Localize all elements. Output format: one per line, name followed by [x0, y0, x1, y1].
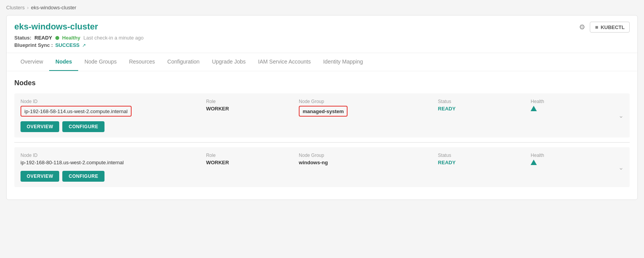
- node-id-col-2: Node ID ip-192-168-80-118.us-west-2.comp…: [21, 153, 206, 165]
- tab-resources[interactable]: Resources: [123, 53, 161, 71]
- chevron-down-icon-1[interactable]: ⌄: [618, 112, 623, 119]
- tab-nodes[interactable]: Nodes: [49, 53, 78, 71]
- checkin-text: Last check-in a minute ago: [84, 35, 144, 41]
- status-col-2: Status READY: [438, 153, 531, 165]
- blueprint-label: Blueprint Sync :: [14, 42, 53, 48]
- health-text: Healthy: [62, 35, 80, 41]
- health-col-2: Health: [531, 153, 623, 166]
- breadcrumb: Clusters › eks-windows-cluster: [6, 5, 638, 10]
- role-col-2: Role WORKER: [206, 153, 299, 165]
- blueprint-row: Blueprint Sync : SUCCESS ↗: [14, 42, 144, 48]
- node-row-top-2: Node ID ip-192-168-80-118.us-west-2.comp…: [21, 153, 623, 166]
- status-value: READY: [34, 35, 52, 41]
- overview-button-2[interactable]: OVERVIEW: [21, 171, 59, 182]
- health-arrow-icon-1: [531, 106, 537, 111]
- health-arrow-icon-2: [531, 160, 537, 165]
- node-id-value-2: ip-192-168-80-118.us-west-2.compute.inte…: [21, 160, 206, 165]
- health-dot-icon: [55, 36, 59, 40]
- role-value-2: WORKER: [206, 160, 299, 165]
- health-label-2: Health: [531, 153, 623, 158]
- tab-configuration[interactable]: Configuration: [161, 53, 206, 71]
- status-col-1: Status READY: [438, 99, 531, 112]
- status-label-2: Status: [438, 153, 531, 158]
- health-label-1: Health: [531, 99, 623, 104]
- cluster-header: eks-windows-cluster Status: READY Health…: [7, 15, 637, 53]
- overview-button-1[interactable]: OVERVIEW: [21, 121, 59, 132]
- content-area: Nodes Node ID ip-192-168-58-114.us-west-…: [7, 71, 637, 200]
- role-col-1: Role WORKER: [206, 99, 299, 112]
- tabs-bar: Overview Nodes Node Groups Resources Con…: [7, 53, 637, 71]
- node-row: Node ID ip-192-168-58-114.us-west-2.comp…: [14, 93, 630, 138]
- tab-identity-mapping[interactable]: Identity Mapping: [317, 53, 369, 71]
- node-group-highlight-1: managed-system: [299, 106, 348, 117]
- terminal-icon: ■: [595, 24, 598, 30]
- cluster-title: eks-windows-cluster: [14, 22, 144, 32]
- configure-button-1[interactable]: CONFIGURE: [62, 121, 104, 132]
- breadcrumb-parent[interactable]: Clusters: [6, 5, 25, 10]
- node-group-label-1: Node Group: [299, 99, 438, 104]
- breadcrumb-separator: ›: [27, 5, 29, 10]
- node-row-top-1: Node ID ip-192-168-58-114.us-west-2.comp…: [21, 99, 623, 117]
- row-divider: [14, 142, 630, 143]
- tab-upgrade-jobs[interactable]: Upgrade Jobs: [206, 53, 252, 71]
- tab-overview[interactable]: Overview: [14, 53, 49, 71]
- node-id-col-1: Node ID ip-192-168-58-114.us-west-2.comp…: [21, 99, 206, 117]
- nodes-section-title: Nodes: [14, 79, 630, 87]
- kubectl-button[interactable]: ■ KUBECTL: [590, 22, 630, 33]
- node-row-buttons-1: OVERVIEW CONFIGURE: [21, 121, 623, 132]
- external-link-icon[interactable]: ↗: [82, 43, 86, 48]
- role-label-2: Role: [206, 153, 299, 158]
- settings-icon[interactable]: ⚙: [579, 23, 585, 31]
- cluster-header-left: eks-windows-cluster Status: READY Health…: [14, 22, 144, 48]
- node-id-label-1: Node ID: [21, 99, 206, 104]
- node-group-value-1: managed-system: [303, 108, 344, 114]
- chevron-down-icon-2[interactable]: ⌄: [618, 163, 623, 171]
- role-value-1: WORKER: [206, 106, 299, 112]
- status-value-2: READY: [438, 160, 531, 165]
- node-group-col-1: Node Group managed-system: [299, 99, 438, 117]
- cluster-status-row: Status: READY Healthy Last check-in a mi…: [14, 35, 144, 41]
- status-value-1: READY: [438, 106, 531, 112]
- node-group-label-2: Node Group: [299, 153, 438, 158]
- status-label-1: Status: [438, 99, 531, 104]
- cluster-header-right: ⚙ ■ KUBECTL: [579, 22, 630, 33]
- node-group-col-2: Node Group windows-ng: [299, 153, 438, 165]
- main-card: eks-windows-cluster Status: READY Health…: [6, 15, 638, 200]
- status-label: Status:: [14, 35, 31, 41]
- node-row-buttons-2: OVERVIEW CONFIGURE: [21, 171, 623, 182]
- breadcrumb-current: eks-windows-cluster: [31, 5, 76, 10]
- tab-node-groups[interactable]: Node Groups: [78, 53, 123, 71]
- blueprint-value: SUCCESS: [55, 42, 80, 48]
- health-col-1: Health: [531, 99, 623, 112]
- node-id-highlight-1: ip-192-168-58-114.us-west-2.compute.inte…: [21, 106, 132, 117]
- node-id-label-2: Node ID: [21, 153, 206, 158]
- tab-iam-service-accounts[interactable]: IAM Service Accounts: [252, 53, 317, 71]
- role-label-1: Role: [206, 99, 299, 104]
- node-group-value-2: windows-ng: [299, 160, 438, 165]
- configure-button-2[interactable]: CONFIGURE: [62, 171, 104, 182]
- kubectl-label: KUBECTL: [601, 24, 625, 30]
- node-id-value-1: ip-192-168-58-114.us-west-2.compute.inte…: [24, 108, 128, 114]
- node-row-2: Node ID ip-192-168-80-118.us-west-2.comp…: [14, 147, 630, 187]
